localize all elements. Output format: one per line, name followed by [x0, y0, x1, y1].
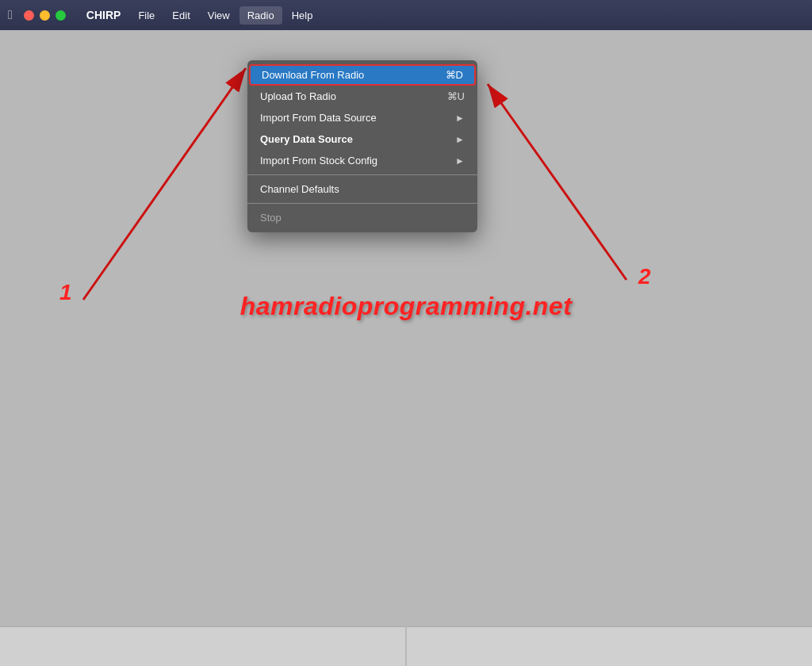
menu-upload-radio[interactable]: Upload To Radio ⌘U	[247, 86, 477, 107]
import-arrow-icon: ►	[455, 113, 465, 124]
svg-line-3	[488, 84, 626, 280]
stop-label: Stop	[260, 212, 282, 224]
menu-import-data-source[interactable]: Import From Data Source ►	[247, 107, 477, 128]
menu-edit[interactable]: Edit	[164, 6, 197, 25]
bottom-panels	[0, 626, 812, 666]
menu-stop[interactable]: Stop	[247, 207, 477, 228]
menu-import-stock-config[interactable]: Import From Stock Config ►	[247, 150, 477, 171]
upload-label: Upload To Radio	[260, 90, 336, 102]
close-button[interactable]	[24, 10, 34, 21]
menu-file[interactable]: File	[130, 6, 163, 25]
menu-view[interactable]: View	[200, 6, 238, 25]
defaults-label: Channel Defaults	[260, 183, 339, 195]
menu-query-data-source[interactable]: Query Data Source ►	[247, 128, 477, 150]
minimize-button[interactable]	[40, 10, 50, 21]
menu-help[interactable]: Help	[284, 6, 321, 25]
badge-1: 1	[59, 280, 72, 305]
main-content: Download From Radio ⌘D Upload To Radio ⌘…	[0, 30, 812, 666]
radio-dropdown-menu: Download From Radio ⌘D Upload To Radio ⌘…	[247, 60, 477, 232]
traffic-lights	[24, 10, 66, 21]
stock-arrow-icon: ►	[455, 155, 465, 166]
svg-line-2	[83, 68, 246, 300]
import-label: Import From Data Source	[260, 112, 377, 124]
titlebar:  CHIRP File Edit View Radio Help	[0, 0, 812, 30]
query-arrow-icon: ►	[455, 134, 465, 145]
download-shortcut: ⌘D	[446, 69, 463, 81]
query-label: Query Data Source	[260, 133, 353, 145]
menu-download-radio[interactable]: Download From Radio ⌘D	[249, 64, 476, 86]
maximize-button[interactable]	[56, 10, 66, 21]
app-name[interactable]: CHIRP	[79, 6, 129, 25]
apple-icon: 	[8, 8, 13, 22]
bottom-panel-right	[407, 626, 812, 666]
menu-channel-defaults[interactable]: Channel Defaults	[247, 178, 477, 200]
menu-radio[interactable]: Radio	[239, 6, 282, 25]
upload-shortcut: ⌘U	[447, 90, 465, 102]
watermark-text: hamradioprogramming.net	[240, 292, 573, 321]
menu-bar: CHIRP File Edit View Radio Help	[79, 6, 321, 25]
stock-label: Import From Stock Config	[260, 155, 377, 166]
badge-2: 2	[638, 264, 651, 289]
separator-1	[247, 174, 477, 175]
separator-2	[247, 203, 477, 204]
download-label: Download From Radio	[262, 69, 364, 81]
bottom-panel-left	[0, 626, 405, 666]
